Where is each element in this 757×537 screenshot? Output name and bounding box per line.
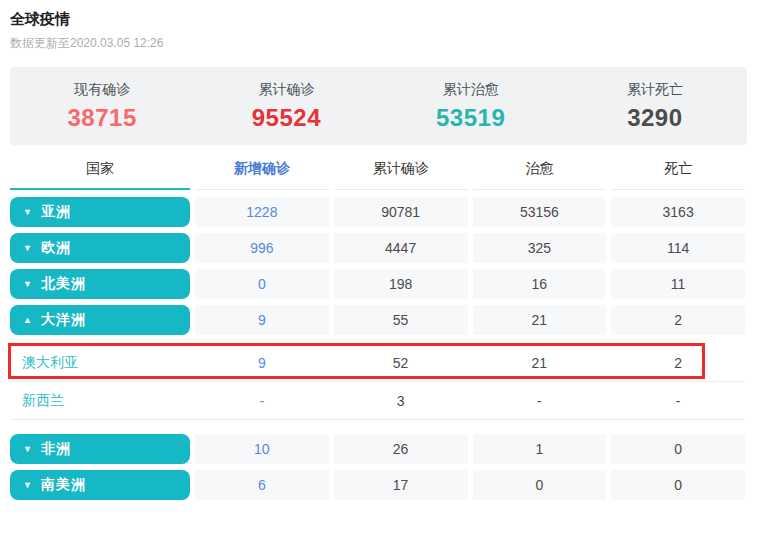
table-row-oceania: ▲ 大洋洲 9 55 21 2 <box>10 305 745 335</box>
total-confirmed-cell: 52 <box>334 344 468 381</box>
cured-cell: 0 <box>473 470 607 500</box>
stat-total-cured: 累计治愈 53519 <box>379 81 563 132</box>
stat-value: 38715 <box>10 104 194 132</box>
stat-total-confirmed: 累计确诊 95524 <box>194 81 378 132</box>
global-epidemic-page: 全球疫情 数据更新至2020.03.05 12:26 现有确诊 38715 累计… <box>0 0 757 500</box>
new-confirmed-cell: 9 <box>195 305 329 335</box>
oceania-expanded-countries: 澳大利亚 9 52 21 2 新西兰 - 3 - - <box>10 344 745 420</box>
total-confirmed-cell: 198 <box>334 269 468 299</box>
new-confirmed-cell: 996 <box>195 233 329 263</box>
continent-name: 亚洲 <box>41 203 71 221</box>
chevron-down-icon: ▼ <box>23 279 41 289</box>
column-header-country[interactable]: 国家 <box>10 160 190 190</box>
chevron-up-icon: ▲ <box>23 315 41 325</box>
deaths-cell: 114 <box>611 233 745 263</box>
continent-name: 北美洲 <box>41 275 86 293</box>
new-confirmed-cell: 6 <box>195 470 329 500</box>
total-confirmed-cell: 26 <box>334 434 468 464</box>
continent-toggle-south-america[interactable]: ▼ 南美洲 <box>10 470 190 500</box>
chevron-down-icon: ▼ <box>23 480 41 490</box>
cured-cell: 325 <box>473 233 607 263</box>
countries-table: 国家 新增确诊 累计确诊 治愈 死亡 ▼ 亚洲 1228 90781 53156… <box>10 160 745 500</box>
deaths-cell: 0 <box>611 470 745 500</box>
column-header-new-confirmed[interactable]: 新增确诊 <box>195 160 329 190</box>
table-row-new-zealand: 新西兰 - 3 - - <box>10 382 745 420</box>
table-row-south-america: ▼ 南美洲 6 17 0 0 <box>10 470 745 500</box>
deaths-cell: 3163 <box>611 197 745 227</box>
cured-cell: 16 <box>473 269 607 299</box>
stat-label: 累计死亡 <box>563 81 747 99</box>
new-confirmed-cell: 9 <box>195 344 329 381</box>
stat-value: 95524 <box>194 104 378 132</box>
table-row-asia: ▼ 亚洲 1228 90781 53156 3163 <box>10 197 745 227</box>
table-body: ▼ 亚洲 1228 90781 53156 3163 ▼ 欧洲 996 4447… <box>10 197 745 500</box>
stat-label: 累计确诊 <box>194 81 378 99</box>
country-link-australia[interactable]: 澳大利亚 <box>10 344 190 381</box>
column-header-cured[interactable]: 治愈 <box>473 160 607 190</box>
chevron-down-icon: ▼ <box>23 207 41 217</box>
page-title: 全球疫情 <box>10 10 747 29</box>
continent-toggle-europe[interactable]: ▼ 欧洲 <box>10 233 190 263</box>
continent-toggle-africa[interactable]: ▼ 非洲 <box>10 434 190 464</box>
deaths-cell: 2 <box>611 305 745 335</box>
stat-label: 现有确诊 <box>10 81 194 99</box>
new-confirmed-cell: - <box>195 382 329 419</box>
total-confirmed-cell: 55 <box>334 305 468 335</box>
cured-cell: - <box>473 382 607 419</box>
cured-cell: 21 <box>473 344 607 381</box>
table-row-africa: ▼ 非洲 10 26 1 0 <box>10 434 745 464</box>
country-link-new-zealand[interactable]: 新西兰 <box>10 382 190 419</box>
deaths-cell: 0 <box>611 434 745 464</box>
deaths-cell: 11 <box>611 269 745 299</box>
chevron-down-icon: ▼ <box>23 444 41 454</box>
continent-name: 非洲 <box>41 440 71 458</box>
table-row-europe: ▼ 欧洲 996 4447 325 114 <box>10 233 745 263</box>
total-confirmed-cell: 3 <box>334 382 468 419</box>
summary-stats-bar: 现有确诊 38715 累计确诊 95524 累计治愈 53519 累计死亡 32… <box>10 67 747 145</box>
continent-name: 大洋洲 <box>41 311 86 329</box>
column-header-deaths[interactable]: 死亡 <box>611 160 745 190</box>
stat-value: 3290 <box>563 104 747 132</box>
continent-name: 欧洲 <box>41 239 71 257</box>
cured-cell: 21 <box>473 305 607 335</box>
stat-total-deaths: 累计死亡 3290 <box>563 81 747 132</box>
column-header-total-confirmed[interactable]: 累计确诊 <box>334 160 468 190</box>
deaths-cell: 2 <box>611 344 745 381</box>
new-confirmed-cell: 10 <box>195 434 329 464</box>
stat-current-confirmed: 现有确诊 38715 <box>10 81 194 132</box>
continent-toggle-asia[interactable]: ▼ 亚洲 <box>10 197 190 227</box>
continent-name: 南美洲 <box>41 476 86 494</box>
total-confirmed-cell: 90781 <box>334 197 468 227</box>
cured-cell: 1 <box>473 434 607 464</box>
table-row-north-america: ▼ 北美洲 0 198 16 11 <box>10 269 745 299</box>
continent-toggle-oceania[interactable]: ▲ 大洋洲 <box>10 305 190 335</box>
new-confirmed-cell: 0 <box>195 269 329 299</box>
stat-label: 累计治愈 <box>379 81 563 99</box>
stat-value: 53519 <box>379 104 563 132</box>
new-confirmed-cell: 1228 <box>195 197 329 227</box>
cured-cell: 53156 <box>473 197 607 227</box>
table-row-australia: 澳大利亚 9 52 21 2 <box>10 344 745 382</box>
deaths-cell: - <box>611 382 745 419</box>
chevron-down-icon: ▼ <box>23 243 41 253</box>
table-header: 国家 新增确诊 累计确诊 治愈 死亡 <box>10 160 745 190</box>
data-updated-timestamp: 数据更新至2020.03.05 12:26 <box>10 35 747 52</box>
continent-toggle-north-america[interactable]: ▼ 北美洲 <box>10 269 190 299</box>
total-confirmed-cell: 17 <box>334 470 468 500</box>
total-confirmed-cell: 4447 <box>334 233 468 263</box>
